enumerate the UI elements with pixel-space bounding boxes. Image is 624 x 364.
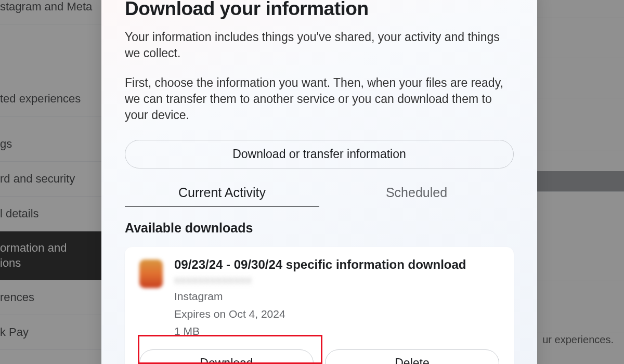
download-expiry: Expires on Oct 4, 2024 [174, 307, 499, 321]
download-transfer-button[interactable]: Download or transfer information [125, 140, 514, 168]
card-actions: Download Delete [139, 349, 499, 364]
card-header: 09/23/24 - 09/30/24 specific information… [139, 257, 499, 338]
tab-current-activity[interactable]: Current Activity [125, 185, 319, 207]
download-card: 09/23/24 - 09/30/24 specific information… [125, 247, 514, 364]
available-downloads-heading: Available downloads [125, 220, 514, 236]
download-info-modal: Download your information Your informati… [101, 0, 537, 364]
download-size: 1 MB [174, 324, 499, 338]
modal-tabs: Current Activity Scheduled [125, 185, 514, 207]
avatar [139, 259, 163, 288]
modal-description-2: First, choose the information you want. … [125, 75, 514, 123]
download-username: xxxxxxxxxxxxx [174, 274, 499, 286]
modal-description-1: Your information includes things you've … [125, 29, 514, 61]
download-platform: Instagram [174, 289, 499, 303]
card-info: 09/23/24 - 09/30/24 specific information… [174, 257, 499, 338]
download-title: 09/23/24 - 09/30/24 specific information… [174, 257, 499, 272]
delete-button[interactable]: Delete [325, 349, 499, 364]
tab-scheduled[interactable]: Scheduled [319, 185, 514, 207]
modal-title: Download your information [125, 0, 514, 20]
download-button[interactable]: Download [139, 349, 314, 364]
